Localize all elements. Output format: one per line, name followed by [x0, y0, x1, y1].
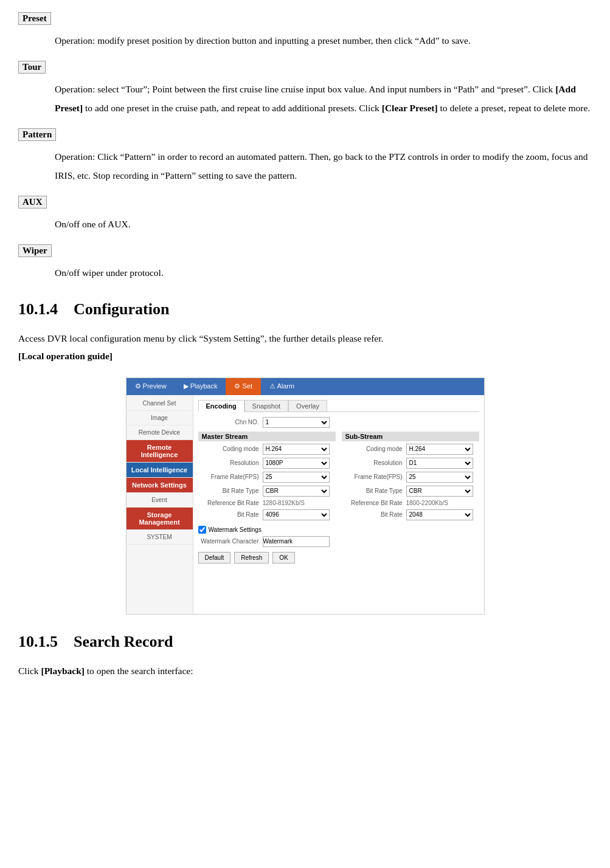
channel-label: Chn NO. — [198, 419, 259, 425]
sub-fps-select[interactable]: 25 — [406, 472, 473, 483]
sidebar-image[interactable]: Image — [127, 411, 193, 425]
master-fps-select[interactable]: 25 — [263, 472, 330, 483]
wiper-text: On/off wiper under protocol. — [55, 267, 164, 278]
dvr-topbar: ⚙ Preview ▶ Playback ⚙ Set ⚠ Alarm — [127, 378, 484, 395]
master-bitrate-type-select[interactable]: CBR — [263, 486, 330, 497]
tour-body: Operation: select “Tour”; Point between … — [55, 80, 592, 117]
sub-coding-mode-row: Coding mode H.264 — [342, 444, 479, 455]
tab-overlay[interactable]: Overlay — [288, 400, 327, 412]
refresh-button[interactable]: Refresh — [234, 552, 269, 563]
master-bitrate-select[interactable]: 4096 — [263, 509, 330, 520]
sub-stream-col: Sub-Stream Coding mode H.264 Resolution … — [342, 432, 479, 523]
watermark-char-input[interactable] — [263, 536, 330, 547]
master-bitrate-label: Bit Rate — [198, 511, 259, 518]
master-resolution-label: Resolution — [198, 460, 259, 466]
master-resolution-row: Resolution 1080P — [198, 458, 336, 469]
wiper-body: On/off wiper under protocol. — [55, 263, 592, 282]
dvr-channel-row: Chn NO. 1 — [198, 417, 479, 428]
sub-resolution-select[interactable]: D1 — [406, 458, 473, 469]
sub-stream-title: Sub-Stream — [342, 432, 479, 441]
pattern-heading: Pattern — [18, 128, 56, 141]
master-bitrate-row: Bit Rate 4096 — [198, 509, 336, 520]
master-coding-select[interactable]: H.264 — [263, 444, 330, 455]
sub-coding-label: Coding mode — [342, 446, 403, 452]
master-stream-title: Master Stream — [198, 432, 336, 441]
topbar-alarm[interactable]: ⚠ Alarm — [261, 378, 303, 395]
sub-bitrate-label: Bit Rate — [342, 511, 403, 518]
master-bitrate-type-label: Bit Rate Type — [198, 487, 259, 494]
topbar-set[interactable]: ⚙ Set — [226, 378, 261, 395]
sidebar-storage-management[interactable]: Storage Management — [127, 508, 193, 530]
pattern-body: Operation: Click “Pattern” in order to r… — [55, 147, 592, 185]
section-1014-local-guide: [Local operation guide] — [18, 351, 113, 361]
aux-section: AUX On/off one of AUX. — [18, 196, 592, 233]
sub-fps-label: Frame Rate(FPS) — [342, 474, 403, 480]
sub-bitrate-select[interactable]: 2048 — [406, 509, 473, 520]
master-ref-bitrate-label: Reference Bit Rate — [198, 500, 259, 506]
sub-coding-select[interactable]: H.264 — [406, 444, 473, 455]
sub-ref-bitrate-value: 1800-2200Kb/S — [406, 500, 449, 506]
sidebar-event[interactable]: Event — [127, 493, 193, 508]
aux-text: On/off one of AUX. — [55, 219, 131, 229]
sidebar-network-settings[interactable]: Network Settings — [127, 478, 193, 493]
master-bitrate-type-row: Bit Rate Type CBR — [198, 486, 336, 497]
section-1014-para1: Access DVR local configuration menu by c… — [18, 329, 592, 365]
section-1014: 10.1.4 Configuration Access DVR local co… — [18, 300, 592, 615]
topbar-playback[interactable]: ▶ Playback — [175, 378, 226, 395]
dvr-sidebar: Channel Set Image Remote Device Remote I… — [127, 395, 193, 614]
sub-bitrate-type-row: Bit Rate Type CBR — [342, 486, 479, 497]
dvr-screenshot-container: ⚙ Preview ▶ Playback ⚙ Set ⚠ Alarm Chann… — [18, 377, 592, 615]
watermark-char-label: Watermark Character — [198, 538, 259, 545]
sub-bitrate-type-label: Bit Rate Type — [342, 487, 403, 494]
ok-button[interactable]: OK — [272, 552, 294, 563]
master-fps-row: Frame Rate(FPS) 25 — [198, 472, 336, 483]
section-1014-text1: Access DVR local configuration menu by c… — [18, 333, 383, 343]
wiper-section: Wiper On/off wiper under protocol. — [18, 244, 592, 282]
sub-bitrate-type-select[interactable]: CBR — [406, 486, 473, 497]
dvr-ui: ⚙ Preview ▶ Playback ⚙ Set ⚠ Alarm Chann… — [126, 377, 485, 615]
preset-heading: Preset — [18, 12, 51, 25]
sub-fps-row: Frame Rate(FPS) 25 — [342, 472, 479, 483]
sidebar-local-intelligence[interactable]: Local Intelligence — [127, 463, 193, 478]
sub-ref-bitrate-row: Reference Bit Rate 1800-2200Kb/S — [342, 500, 479, 506]
tour-text2: to add one preset in the cruise path, an… — [85, 103, 382, 113]
topbar-preview[interactable]: ⚙ Preview — [127, 378, 175, 395]
watermark-settings-row: Watermark Settings — [198, 526, 479, 534]
tab-encoding[interactable]: Encoding — [198, 400, 244, 412]
channel-select[interactable]: 1 — [263, 417, 330, 428]
watermark-char-row: Watermark Character — [198, 536, 479, 547]
section-1015-playback-bold: [Playback] — [41, 666, 84, 676]
tour-text3: to delete a preset, repeat to delete mor… — [440, 103, 591, 113]
sidebar-system[interactable]: SYSTEM — [127, 530, 193, 545]
section-1015-text1: Click — [18, 666, 41, 676]
master-coding-mode-row: Coding mode H.264 — [198, 444, 336, 455]
tour-text1: Operation: select “Tour”; Point between … — [55, 84, 553, 94]
sidebar-remote-intelligence[interactable]: Remote Intelligence — [127, 440, 193, 463]
dvr-content-area: Encoding Snapshot Overlay Chn NO. 1 — [193, 395, 484, 614]
dvr-tabs: Encoding Snapshot Overlay — [198, 400, 479, 412]
master-coding-label: Coding mode — [198, 446, 259, 452]
preset-body: Operation: modify preset position by dir… — [55, 31, 592, 50]
master-ref-bitrate-value: 1280-8192Kb/S — [263, 500, 305, 506]
preset-text: Operation: modify preset position by dir… — [55, 35, 471, 46]
master-fps-label: Frame Rate(FPS) — [198, 474, 259, 480]
dvr-main-area: Channel Set Image Remote Device Remote I… — [127, 395, 484, 614]
sidebar-channel-set[interactable]: Channel Set — [127, 395, 193, 411]
section-1015-text2: to open the search interface: — [87, 666, 193, 676]
tour-heading: Tour — [18, 61, 46, 74]
sub-resolution-row: Resolution D1 — [342, 458, 479, 469]
section-1015-heading: 10.1.5 Search Record — [18, 633, 592, 651]
aux-heading: AUX — [18, 196, 47, 208]
dvr-stream-row: Master Stream Coding mode H.264 Resoluti… — [198, 432, 479, 523]
tab-snapshot[interactable]: Snapshot — [244, 400, 288, 412]
tour-section: Tour Operation: select “Tour”; Point bet… — [18, 61, 592, 117]
master-resolution-select[interactable]: 1080P — [263, 458, 330, 469]
watermark-settings-label: Watermark Settings — [209, 526, 262, 533]
default-button[interactable]: Default — [198, 552, 231, 563]
watermark-checkbox[interactable] — [198, 526, 206, 534]
section-1014-heading: 10.1.4 Configuration — [18, 300, 592, 319]
master-ref-bitrate-row: Reference Bit Rate 1280-8192Kb/S — [198, 500, 336, 506]
preset-section: Preset Operation: modify preset position… — [18, 12, 592, 50]
sub-resolution-label: Resolution — [342, 460, 403, 466]
sidebar-remote-device[interactable]: Remote Device — [127, 425, 193, 440]
